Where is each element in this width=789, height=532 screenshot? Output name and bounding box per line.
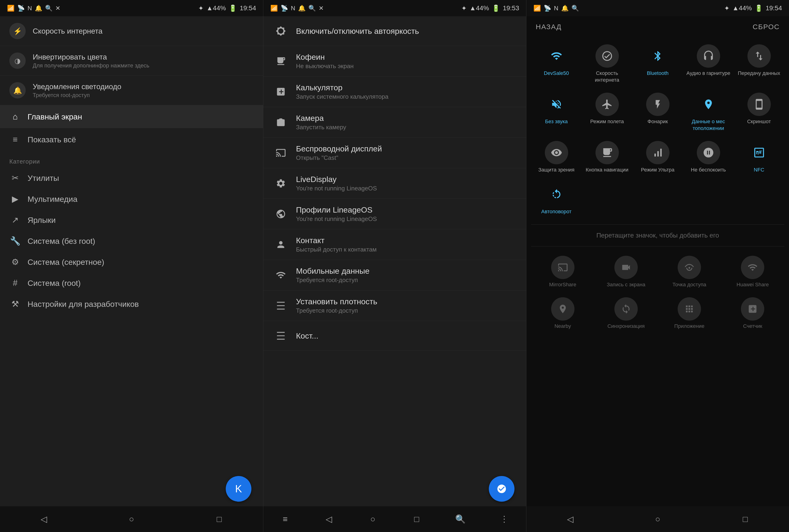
audio-tile-icon <box>697 44 720 68</box>
search-button-middle[interactable]: 🔍 <box>452 511 469 527</box>
item-cast[interactable]: Беспроводной дисплей Открыть "Cast" <box>263 138 526 168</box>
status-bar-right-right: ✦ ▲44% 🔋 19:54 <box>724 4 782 12</box>
nav-home[interactable]: ⌂ Главный экран <box>0 105 263 128</box>
item-kost[interactable]: Кост... <box>263 321 526 351</box>
tile-airplane[interactable]: Режим полета <box>582 88 632 136</box>
tile-nfc[interactable]: NFC <box>734 136 784 178</box>
item-density[interactable]: Установить плотность Требуется root-дост… <box>263 290 526 321</box>
right-header: НАЗАД СБРОС <box>526 16 789 37</box>
utilities-icon: ✂ <box>10 173 21 183</box>
avail-huawei[interactable]: Huawei Share <box>721 251 784 293</box>
signal-strength-icon: ▲44% <box>206 4 226 12</box>
nav-show-all[interactable]: ≡ Показать всё <box>0 128 263 151</box>
item-camera[interactable]: Камера Запустить камеру <box>263 107 526 138</box>
cat-utilities[interactable]: ✂ Утилиты <box>0 168 263 189</box>
item-mobile-data[interactable]: Мобильные данные Требуется root-доступ <box>263 260 526 290</box>
panel-right: 📶 📡 N 🔔 🔍 ✦ ▲44% 🔋 19:54 НАЗАД СБРОС Dev… <box>526 0 789 532</box>
status-icons-left: 📶 📡 N 🔔 🔍 ✕ <box>7 5 60 12</box>
recents-button-right[interactable]: □ <box>737 511 753 527</box>
settings-item-speed[interactable]: ⚡ Скорость интернета <box>0 16 263 46</box>
reset-header-btn[interactable]: СБРОС <box>753 23 779 31</box>
notification-icon: 🔔 <box>35 5 42 12</box>
location-label: Данные о мес тоположении <box>685 118 731 132</box>
fab-middle[interactable] <box>489 476 514 502</box>
home-button-middle[interactable]: ○ <box>364 511 381 527</box>
livedisplay-title: LiveDisplay <box>296 175 517 184</box>
cast-subtitle: Открыть "Cast" <box>296 154 517 162</box>
bottom-nav-left: ◁ ○ □ <box>0 506 263 532</box>
mobile-data-icon <box>273 267 289 283</box>
audio-tile-label: Аудио в гарнитуре <box>687 70 730 77</box>
bottom-nav-middle: ≡ ◁ ○ □ 🔍 ⋮ <box>263 506 526 532</box>
tile-speed[interactable]: Скорость интернета <box>582 40 632 88</box>
tile-devsale[interactable]: DevSale50 <box>531 40 582 88</box>
led-icon: 🔔 <box>10 82 26 98</box>
speed-tile-label: Скорость интернета <box>584 70 630 83</box>
item-caffeine[interactable]: Кофеин Не выключать экран <box>263 46 526 77</box>
camera-title: Камера <box>296 114 517 123</box>
avail-record[interactable]: Запись с экрана <box>594 251 658 293</box>
camera-subtitle: Запустить камеру <box>296 124 517 131</box>
cat-system-secret[interactable]: ⚙ Система (секретное) <box>0 251 263 272</box>
tile-autorotate[interactable]: Автоповорот <box>531 178 582 220</box>
tile-location[interactable]: Данные о мес тоположении <box>683 88 734 136</box>
data-transfer-label: Передачу данных <box>738 70 780 77</box>
multimedia-icon: ▶ <box>10 194 21 204</box>
home-label: Главный экран <box>27 112 82 121</box>
tile-dnd[interactable]: Не беспокоить <box>683 136 734 178</box>
recents-button-middle[interactable]: □ <box>409 511 425 527</box>
tile-bluetooth[interactable]: Bluetooth <box>632 40 683 88</box>
back-button-right[interactable]: ◁ <box>562 511 579 527</box>
item-profiles[interactable]: Профили LineageOS You're not running Lin… <box>263 199 526 229</box>
item-calculator[interactable]: Калькулятор Запуск системного калькулято… <box>263 77 526 107</box>
available-tiles-grid: MirrorShare Запись с экрана Точка доступ… <box>526 249 789 337</box>
tile-data-transfer[interactable]: Передачу данных <box>734 40 784 88</box>
tile-screenshot[interactable]: Скриншот <box>734 88 784 136</box>
recents-button-left[interactable]: □ <box>211 511 227 527</box>
status-bar-left: 📶 📡 N 🔔 🔍 ✕ ✦ ▲44% 🔋 19:54 <box>0 0 263 16</box>
cat-system-noroot[interactable]: 🔧 Система (без root) <box>0 230 263 251</box>
calculator-subtitle: Запуск системного калькулятора <box>296 93 517 100</box>
signal-m: ▲44% <box>469 4 489 12</box>
settings-item-invert[interactable]: ◑ Инвертировать цвета Для получения допо… <box>0 46 263 76</box>
calculator-icon <box>273 83 289 100</box>
tile-eye-protection[interactable]: Защита зрения <box>531 136 582 178</box>
menu-button-middle[interactable]: ≡ <box>277 511 294 527</box>
tile-audio[interactable]: Аудио в гарнитуре <box>683 40 734 88</box>
avail-mirrorshare[interactable]: MirrorShare <box>531 251 594 293</box>
item-livedisplay[interactable]: LiveDisplay You're not running LineageOS <box>263 168 526 199</box>
item-brightness[interactable]: Включить/отключить автояркость <box>263 16 526 46</box>
nfc-icon-m: N <box>291 5 295 12</box>
home-button-right[interactable]: ○ <box>650 511 666 527</box>
huawei-label: Huawei Share <box>736 281 769 288</box>
avail-nearby[interactable]: Nearby <box>531 292 594 335</box>
cat-multimedia[interactable]: ▶ Мультимедиа <box>0 189 263 210</box>
settings-item-led[interactable]: 🔔 Уведомления светодиодо Требуется root-… <box>0 76 263 105</box>
avail-counter[interactable]: Счетчик <box>721 292 784 335</box>
nearby-label: Nearby <box>555 323 571 330</box>
fab-left[interactable]: K <box>226 476 251 502</box>
tile-nav-button[interactable]: Кнопка навигации <box>582 136 632 178</box>
ultra-label: Режим Ультра <box>641 167 675 173</box>
avail-sync[interactable]: Синхронизация <box>594 292 658 335</box>
livedisplay-subtitle: You're not running LineageOS <box>296 185 517 192</box>
item-contact[interactable]: Контакт Быстрый доступ к контактам <box>263 229 526 260</box>
avail-app[interactable]: Приложение <box>658 292 721 335</box>
cat-shortcuts[interactable]: ↗ Ярлыки <box>0 210 263 230</box>
back-button-left[interactable]: ◁ <box>36 511 52 527</box>
tile-flashlight[interactable]: Фонарик <box>632 88 683 136</box>
record-icon <box>614 256 638 279</box>
nfc-label: NFC <box>754 167 764 173</box>
dnd-label: Не беспокоить <box>691 167 726 173</box>
cat-system-root[interactable]: # Система (root) <box>0 272 263 293</box>
tile-silent[interactable]: Без звука <box>531 88 582 136</box>
back-header-btn[interactable]: НАЗАД <box>536 23 562 31</box>
avail-hotspot[interactable]: Точка доступа <box>658 251 721 293</box>
wifi-tile-icon <box>545 44 568 68</box>
more-button-middle[interactable]: ⋮ <box>496 511 512 527</box>
cat-dev[interactable]: ⚒ Настройки для разработчиков <box>0 293 263 315</box>
back-button-middle[interactable]: ◁ <box>321 511 337 527</box>
home-button-left[interactable]: ○ <box>123 511 139 527</box>
app-label: Приложение <box>674 323 705 330</box>
tile-ultra[interactable]: Режим Ультра <box>632 136 683 178</box>
